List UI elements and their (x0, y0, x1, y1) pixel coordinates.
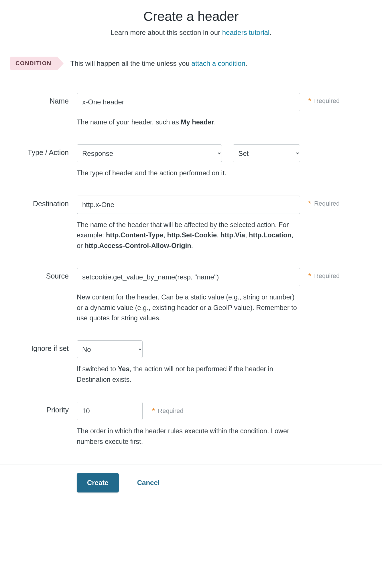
destination-required: * Required (300, 196, 340, 208)
action-select[interactable]: Set (233, 144, 300, 162)
priority-input[interactable] (77, 402, 143, 420)
type-action-help: The type of header and the action perfor… (77, 168, 300, 178)
page-title: Create a header (0, 9, 382, 24)
page-subtitle: Learn more about this section in our hea… (0, 29, 382, 37)
source-required: * Required (300, 268, 340, 280)
required-asterisk-icon: * (308, 97, 311, 105)
priority-required: * Required (152, 407, 183, 415)
type-action-label: Type / Action (10, 144, 77, 157)
name-label: Name (10, 93, 77, 105)
ignore-select[interactable]: No (77, 340, 143, 358)
name-help: The name of your header, such as My head… (77, 117, 300, 127)
type-select[interactable]: Response (77, 144, 222, 162)
destination-help: The name of the header that will be affe… (77, 220, 300, 251)
priority-help: The order in which the header rules exec… (77, 426, 300, 447)
source-label: Source (10, 268, 77, 280)
attach-condition-link[interactable]: attach a condition (192, 59, 245, 67)
name-required: * Required (300, 93, 340, 105)
ignore-label: Ignore if set (10, 340, 77, 353)
ignore-help: If switched to Yes, the action will not … (77, 364, 300, 385)
name-input[interactable] (77, 93, 300, 111)
subtitle-suffix: . (269, 29, 271, 36)
create-button[interactable]: Create (77, 473, 119, 492)
destination-input[interactable] (77, 196, 300, 214)
destination-label: Destination (10, 196, 77, 208)
priority-label: Priority (10, 402, 77, 414)
required-asterisk-icon: * (308, 200, 311, 208)
condition-text: This will happen all the time unless you… (70, 59, 247, 67)
cancel-button[interactable]: Cancel (137, 479, 160, 487)
condition-prefix: This will happen all the time unless you (70, 59, 192, 67)
source-input[interactable] (77, 268, 300, 286)
condition-tag: CONDITION (10, 57, 57, 70)
required-asterisk-icon: * (308, 272, 311, 280)
subtitle-text: Learn more about this section in our (111, 29, 222, 36)
condition-suffix: . (245, 59, 247, 67)
required-asterisk-icon: * (152, 407, 155, 415)
source-help: New content for the header. Can be a sta… (77, 292, 300, 323)
headers-tutorial-link[interactable]: headers tutorial (222, 29, 269, 36)
